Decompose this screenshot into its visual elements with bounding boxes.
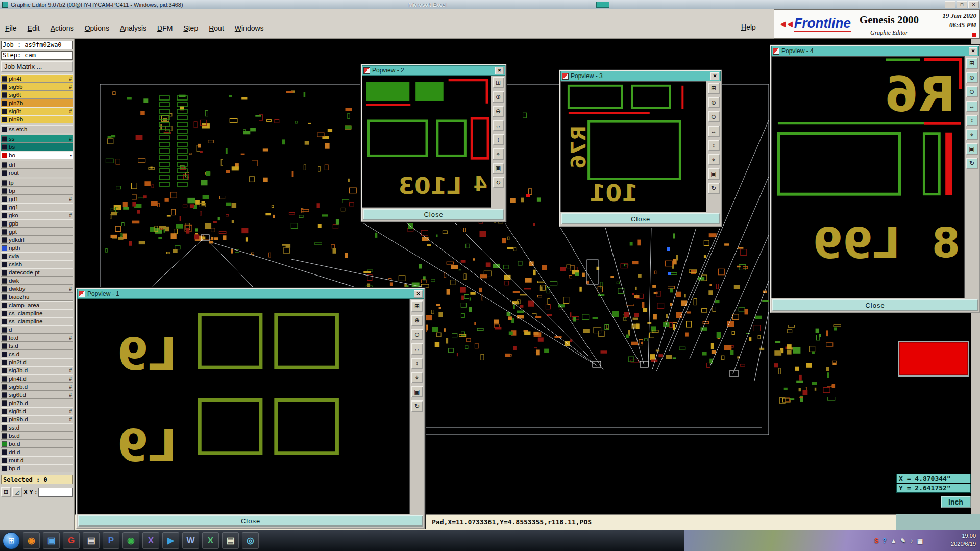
layer-color-chip[interactable]	[2, 188, 7, 194]
pan-vertical-button[interactable]: ↕	[411, 358, 423, 369]
layer-row-cs_clampline[interactable]: cs_clampline	[1, 309, 73, 317]
layer-row-sig5b.d[interactable]: sig5b.d#	[1, 383, 73, 391]
layer-color-chip[interactable]	[2, 311, 7, 316]
close-button[interactable]: ✕	[968, 1, 979, 8]
menu-windows[interactable]: Windows	[235, 24, 264, 32]
layer-color-chip[interactable]	[2, 170, 7, 176]
layer-color-chip[interactable]	[2, 425, 7, 431]
layer-color-chip[interactable]	[2, 254, 7, 259]
layer-row-pln7b[interactable]: pln7b	[1, 99, 73, 107]
layer-row-rout[interactable]: rout	[1, 169, 73, 177]
popview-close-button[interactable]: Close	[772, 299, 978, 311]
zoom-out-button[interactable]: ⊖	[708, 111, 720, 122]
menu-dfm[interactable]: DFM	[157, 24, 173, 32]
layer-color-chip[interactable]	[2, 433, 7, 439]
layer-row-dwkby[interactable]: dwkby#	[1, 285, 73, 293]
menu-edit[interactable]: Edit	[28, 24, 40, 32]
layer-row-bo[interactable]: bo▪	[1, 151, 73, 159]
layer-row-sig6t[interactable]: sig6t	[1, 91, 73, 99]
layer-color-chip[interactable]	[2, 384, 7, 390]
taskbar-chrome-icon[interactable]: G	[63, 532, 80, 549]
layer-color-chip[interactable]	[2, 343, 7, 349]
snap-toggle-icon[interactable]: ◿	[12, 487, 22, 497]
layer-color-chip[interactable]	[2, 294, 7, 300]
close-icon[interactable]: ✕	[414, 290, 423, 298]
layer-row-tp[interactable]: tp	[1, 179, 73, 187]
layer-row-gpb[interactable]: gpb	[1, 219, 73, 228]
layer-row-gg1[interactable]: gg1	[1, 203, 73, 211]
pan-horizontal-button[interactable]: ↔	[493, 120, 504, 131]
tray-network-icon[interactable]: ▦	[917, 537, 923, 544]
layer-row-pln9b.d[interactable]: pln9b.d#	[1, 415, 73, 423]
layer-row-gpt[interactable]: gpt	[1, 228, 73, 236]
layer-color-chip[interactable]	[2, 196, 7, 202]
layer-color-chip[interactable]	[2, 417, 7, 422]
layer-color-chip[interactable]	[2, 286, 7, 292]
zoom-out-button[interactable]: ⊖	[966, 86, 978, 97]
popview-close-button[interactable]: Close	[78, 515, 423, 527]
layer-color-chip[interactable]	[2, 441, 7, 447]
layer-row-ss[interactable]: ss#	[1, 135, 73, 143]
popview-1-titlebar[interactable]: Popview - 1 ✕	[77, 289, 424, 299]
layer-color-chip[interactable]	[2, 101, 7, 106]
taskbar-pdf-icon[interactable]: P	[103, 532, 119, 549]
center-button[interactable]: ⌖	[411, 372, 423, 383]
layer-row-ydkdrl[interactable]: ydkdrl	[1, 236, 73, 244]
layer-color-chip[interactable]	[2, 327, 7, 333]
menu-file[interactable]: File	[5, 24, 17, 32]
tray-volume-icon[interactable]: ♪	[910, 537, 913, 544]
layer-color-chip[interactable]	[2, 76, 7, 82]
layer-row-npth[interactable]: npth	[1, 244, 73, 252]
layer-row-gd1[interactable]: gd1#	[1, 195, 73, 203]
units-button[interactable]: Inch	[941, 496, 971, 508]
menu-rout[interactable]: Rout	[209, 24, 224, 32]
popview-2-titlebar[interactable]: Popview - 2 ✕	[362, 65, 505, 76]
layer-color-chip[interactable]	[2, 278, 7, 284]
layer-row-ss.d[interactable]: ss.d	[1, 423, 73, 432]
close-icon[interactable]: ✕	[969, 47, 977, 55]
close-icon[interactable]: ✕	[495, 67, 504, 74]
taskbar-ie-icon[interactable]: ◎	[242, 532, 259, 549]
layer-color-chip[interactable]	[2, 466, 7, 471]
layer-row-sig8t[interactable]: sig8t#	[1, 107, 73, 115]
layer-row-ts.d[interactable]: ts.d	[1, 342, 73, 350]
zoom-window-button[interactable]: ▣	[708, 168, 720, 180]
layer-row-bs.d[interactable]: bs.d	[1, 432, 73, 440]
tray-pen-icon[interactable]: ✎	[901, 537, 906, 544]
menu-step[interactable]: Step	[183, 24, 198, 32]
pages-button[interactable]: ⊞	[966, 58, 978, 69]
layer-color-chip[interactable]	[2, 205, 7, 210]
taskbar-xmind-icon[interactable]: X	[142, 532, 159, 549]
layer-row-sig5b[interactable]: sig5b#	[1, 83, 73, 91]
taskbar-notepad-icon[interactable]: ▤	[83, 532, 100, 549]
menu-help[interactable]: Help	[741, 23, 756, 31]
taskbar-excel-icon[interactable]: X	[202, 532, 219, 549]
pages-button[interactable]: ⊞	[411, 300, 423, 312]
start-button[interactable]: ⊞	[3, 532, 20, 549]
close-icon[interactable]: ✕	[710, 72, 719, 80]
layer-color-chip[interactable]	[2, 245, 7, 251]
layer-row-pln7b.d[interactable]: pln7b.d	[1, 399, 73, 407]
layer-color-chip[interactable]	[2, 352, 7, 357]
layer-row-sig8t.d[interactable]: sig8t.d#	[1, 407, 73, 415]
center-button[interactable]: ⌖	[493, 148, 504, 160]
layer-row-cs.d[interactable]: cs.d	[1, 350, 73, 358]
pan-horizontal-button[interactable]: ↔	[411, 343, 423, 355]
menu-actions[interactable]: Actions	[51, 24, 74, 32]
layer-color-chip[interactable]	[2, 92, 7, 98]
layer-color-chip[interactable]	[2, 127, 7, 132]
zoom-in-button[interactable]: ⊕	[493, 91, 504, 103]
background-window-button[interactable]	[596, 2, 609, 8]
tray-help-icon[interactable]: ?	[883, 537, 886, 544]
layer-color-chip[interactable]	[2, 229, 7, 235]
redraw-button[interactable]: ↻	[708, 183, 720, 194]
center-button[interactable]: ⌖	[966, 129, 978, 140]
tray-up-icon[interactable]: ▲	[891, 537, 897, 544]
layer-row-d[interactable]: d	[1, 325, 73, 334]
layer-color-chip[interactable]	[2, 335, 7, 341]
layer-row-to.d[interactable]: to.d#	[1, 334, 73, 342]
layer-color-chip[interactable]	[2, 84, 7, 90]
layer-color-chip[interactable]	[2, 221, 7, 227]
tray-sogou-icon[interactable]: S	[874, 537, 878, 544]
pan-vertical-button[interactable]: ↕	[708, 140, 720, 151]
